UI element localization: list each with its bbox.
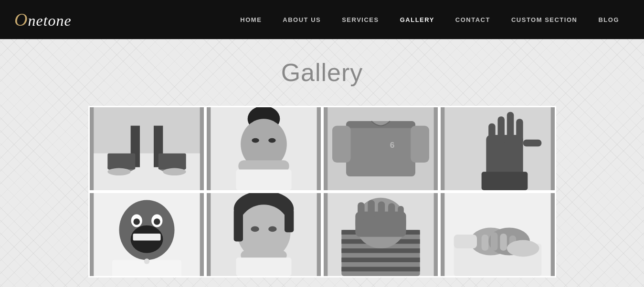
main-content: Gallery [0,39,644,287]
svg-point-48 [268,226,276,232]
gallery-item-8[interactable] [439,192,556,277]
svg-rect-63 [388,203,395,219]
nav-links: HOME ABOUT US SERVICES GALLERY CONTACT C… [230,15,630,24]
svg-rect-45 [233,209,243,242]
svg-rect-16 [236,170,291,191]
svg-rect-61 [368,200,375,219]
gallery-photo-3: 6 [324,107,438,190]
svg-rect-26 [497,116,505,144]
svg-rect-56 [341,257,420,262]
nav-link-gallery[interactable]: GALLERY [390,16,445,23]
svg-rect-50 [236,257,291,276]
nav-link-services[interactable]: SERVICES [331,16,390,23]
svg-rect-74 [454,235,476,248]
svg-text:6: 6 [390,140,394,150]
page-title: Gallery [10,58,634,87]
svg-rect-29 [488,123,495,146]
main-nav: Onetone HOME ABOUT US SERVICES GALLERY C… [0,0,644,39]
nav-link-about[interactable]: ABOUT US [272,16,331,23]
svg-point-8 [107,168,130,175]
logo[interactable]: Onetone [14,9,72,30]
gallery-photo-5 [90,193,204,276]
gallery-item-1[interactable] [88,106,205,192]
svg-rect-31 [481,172,528,190]
gallery-photo-8 [441,193,555,276]
svg-rect-5 [107,154,135,170]
svg-rect-35 [133,234,160,241]
gallery-item-3[interactable]: 6 [322,106,439,192]
svg-rect-7 [158,154,186,170]
svg-rect-23 [411,126,429,163]
gallery-item-2[interactable] [205,106,322,192]
svg-rect-55 [341,248,420,253]
gallery-grid: 6 [88,106,556,277]
nav-link-home[interactable]: HOME [230,16,272,23]
nav-link-custom[interactable]: CUSTOM SECTION [501,16,588,23]
svg-rect-64 [398,206,404,220]
svg-rect-70 [491,232,498,251]
gallery-photo-6 [207,193,321,276]
svg-rect-27 [507,112,514,142]
nav-link-contact[interactable]: CONTACT [445,16,501,23]
svg-rect-28 [516,119,523,144]
svg-point-14 [268,138,275,143]
nav-item-blog[interactable]: BLOG [588,15,630,24]
svg-rect-57 [341,267,420,272]
svg-point-38 [133,218,140,225]
nav-link-blog[interactable]: BLOG [588,16,630,23]
nav-item-gallery[interactable]: GALLERY [390,15,445,24]
svg-rect-22 [332,126,351,163]
nav-item-custom[interactable]: CUSTOM SECTION [501,15,588,24]
nav-item-services[interactable]: SERVICES [331,15,390,24]
svg-point-9 [163,168,186,175]
svg-point-73 [507,240,539,257]
svg-point-13 [252,138,259,143]
gallery-photo-4 [441,107,555,190]
gallery-photo-7 [324,193,438,276]
svg-rect-46 [285,209,294,232]
svg-point-47 [251,226,259,232]
logo-text: netone [28,12,71,29]
gallery-photo-2 [207,107,321,190]
svg-rect-30 [523,140,541,147]
logo-o: O [14,10,28,30]
nav-item-home[interactable]: HOME [230,15,272,24]
svg-point-41 [144,258,149,264]
nav-item-about[interactable]: ABOUT US [272,15,331,24]
gallery-item-4[interactable] [439,106,556,192]
svg-rect-69 [481,235,488,251]
gallery-photo-1 [90,107,204,190]
svg-rect-62 [378,201,385,219]
svg-rect-18 [346,121,415,176]
gallery-item-6[interactable] [205,192,322,277]
gallery-item-7[interactable] [322,192,439,277]
nav-item-contact[interactable]: CONTACT [445,15,501,24]
svg-rect-60 [358,202,365,221]
svg-rect-71 [500,234,507,251]
svg-point-39 [154,218,160,225]
gallery-item-5[interactable] [88,192,205,277]
